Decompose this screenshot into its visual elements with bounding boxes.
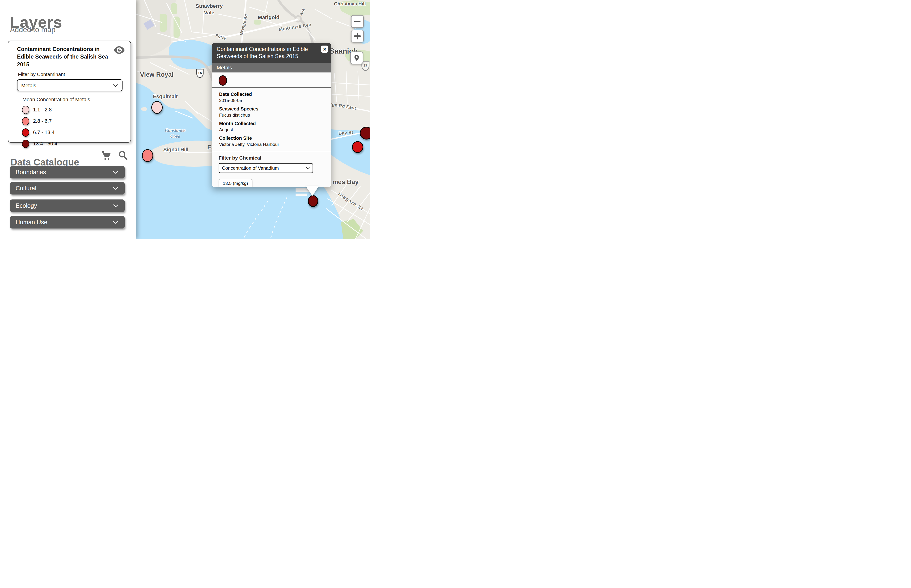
feature-popup: Contaminant Concentrations in Edible Sea… bbox=[212, 43, 331, 187]
popup-header: Contaminant Concentrations in Edible Sea… bbox=[212, 43, 331, 63]
legend-range: 1.1 - 2.8 bbox=[33, 107, 52, 113]
popup-tail bbox=[306, 186, 319, 196]
popup-field: Seaweed Species Fucus distichus bbox=[219, 106, 326, 118]
map-label-bay-st: Bay St bbox=[338, 129, 354, 136]
search-icon[interactable] bbox=[118, 150, 128, 160]
catalogue-category-ecology[interactable]: Ecology bbox=[10, 199, 124, 212]
layers-sidebar: Layers Added to map Contaminant Concentr… bbox=[0, 0, 136, 239]
field-value: Victoria Jetty, Victoria Harbour bbox=[219, 142, 326, 147]
legend-swatch bbox=[22, 128, 29, 137]
catalogue-category-boundaries[interactable]: Boundaries bbox=[10, 166, 124, 178]
map-region[interactable]: Strawberry Vale Marigold McKenzie Ave Gr… bbox=[136, 0, 370, 239]
legend-item: 1.1 - 2.8 bbox=[22, 106, 131, 114]
contaminant-filter-label: Filter by Contaminant bbox=[18, 71, 131, 77]
legend-swatch bbox=[22, 106, 29, 114]
category-label: Human Use bbox=[16, 219, 113, 226]
chevron-down-icon bbox=[113, 187, 118, 190]
minus-icon bbox=[354, 21, 360, 22]
category-label: Cultural bbox=[16, 185, 113, 192]
divider bbox=[212, 151, 331, 151]
field-value: August bbox=[219, 127, 326, 132]
popup-category-bar: Metals bbox=[212, 63, 331, 73]
map-label-christmas-hill: Christmas Hill bbox=[330, 1, 370, 7]
field-label: Collection Site bbox=[219, 136, 326, 141]
zoom-in-button[interactable] bbox=[351, 30, 364, 42]
map-point[interactable] bbox=[352, 141, 363, 153]
catalogue-category-cultural[interactable]: Cultural bbox=[10, 182, 124, 194]
svg-text:17: 17 bbox=[363, 63, 367, 67]
field-value: Fucus distichus bbox=[219, 113, 326, 118]
legend-range: 2.8 - 6.7 bbox=[33, 118, 52, 124]
cart-icon[interactable] bbox=[101, 150, 112, 160]
highway-shield-1a: 1A bbox=[196, 68, 204, 78]
chevron-down-icon bbox=[113, 84, 118, 87]
catalogue-category-human-use[interactable]: Human Use bbox=[10, 216, 124, 228]
map-label-view-royal: View Royal bbox=[138, 71, 176, 79]
popup-point-symbol bbox=[219, 75, 227, 86]
legend-range: 6.7 - 13.4 bbox=[33, 129, 55, 136]
chevron-down-icon bbox=[306, 167, 310, 169]
field-label: Month Collected bbox=[219, 121, 326, 126]
map-point[interactable] bbox=[142, 149, 153, 162]
map-point[interactable] bbox=[308, 195, 318, 207]
plus-icon bbox=[354, 33, 361, 39]
map-label-constance-cove: Constance Cove bbox=[158, 128, 192, 139]
chevron-down-icon bbox=[113, 221, 118, 224]
map-label-james-bay: mes Bay bbox=[333, 178, 359, 186]
popup-field: Month Collected August bbox=[219, 121, 326, 132]
legend-range: 13.4 - 50.4 bbox=[33, 141, 57, 147]
eye-icon[interactable] bbox=[113, 46, 125, 54]
popup-title: Contaminant Concentrations in Edible Sea… bbox=[217, 46, 313, 60]
locate-button[interactable] bbox=[351, 52, 363, 64]
map-label-strawberry-vale: Strawberry Vale bbox=[190, 3, 228, 16]
chemical-select[interactable]: Concentration of Vanadium bbox=[219, 163, 313, 173]
contaminant-select-value: Metals bbox=[21, 83, 36, 89]
map-point[interactable] bbox=[151, 101, 163, 114]
legend-item: 2.8 - 6.7 bbox=[22, 117, 131, 125]
map-label-esquimalt: Esquimalt bbox=[149, 93, 182, 100]
page-subtitle: Added to map bbox=[10, 26, 55, 34]
contaminant-select[interactable]: Metals bbox=[17, 79, 123, 91]
popup-body: Date Collected 2015-08-05 Seaweed Specie… bbox=[212, 73, 331, 187]
category-label: Boundaries bbox=[16, 169, 113, 176]
popup-field: Collection Site Victoria Jetty, Victoria… bbox=[219, 136, 326, 147]
zoom-out-button[interactable] bbox=[351, 15, 364, 28]
field-label: Date Collected bbox=[219, 92, 326, 97]
svg-text:1A: 1A bbox=[198, 71, 202, 75]
popup-field: Date Collected 2015-08-05 bbox=[219, 92, 326, 103]
legend-item: 13.4 - 50.4 bbox=[22, 140, 131, 148]
chemical-select-value: Concentration of Vanadium bbox=[222, 165, 279, 171]
close-icon[interactable]: ✕ bbox=[321, 45, 328, 53]
measurement-value: 13.5 (mg/kg) bbox=[219, 179, 252, 187]
legend-title: Mean Concentration of Metals bbox=[23, 97, 131, 103]
chevron-down-icon bbox=[113, 204, 118, 207]
popup-filter-label: Filter by Chemical bbox=[219, 155, 331, 161]
chevron-down-icon bbox=[113, 171, 118, 174]
legend-swatch bbox=[22, 117, 29, 125]
app-root: Strawberry Vale Marigold McKenzie Ave Gr… bbox=[0, 0, 370, 239]
field-value: 2015-08-05 bbox=[219, 98, 326, 103]
category-label: Ecology bbox=[16, 202, 113, 209]
map-label-marigold: Marigold bbox=[258, 14, 279, 21]
map-label-signal-hill: Signal Hill bbox=[159, 146, 192, 153]
layer-card-title: Contaminant Concentrations in Edible Sea… bbox=[17, 45, 109, 68]
legend-item: 6.7 - 13.4 bbox=[22, 128, 131, 137]
field-label: Seaweed Species bbox=[219, 106, 326, 111]
layer-card: Contaminant Concentrations in Edible Sea… bbox=[8, 40, 131, 142]
legend-swatch bbox=[22, 140, 29, 148]
location-pin-icon bbox=[354, 54, 360, 61]
